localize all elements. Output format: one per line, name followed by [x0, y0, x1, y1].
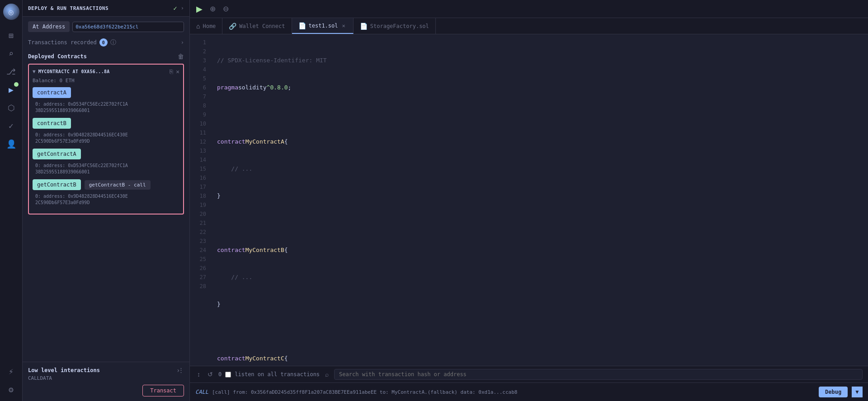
transact-button[interactable]: Transact: [142, 385, 184, 396]
tab-storage-factory-label: StorageFactory.sol: [370, 23, 429, 29]
low-level-section: Low level interactions ⋮ CALLDATA Transa…: [23, 362, 189, 401]
code-editor[interactable]: 1 2 3 4 5 6 7 8 9 10 11 12 13 14 15 16 1…: [190, 34, 868, 366]
line-num-16: 16: [190, 173, 212, 182]
code-line-5: // ...: [212, 164, 868, 173]
listen-label: listen on all transactions: [235, 371, 320, 378]
bottom-toolbar: ↕ ↺ 0 listen on all transactions ⌕: [190, 366, 868, 383]
sidebar-icon-settings[interactable]: ⚙: [3, 381, 19, 397]
sidebar: ◎ ⊞ ⌕ ⎇ ▶ ⬡ ✓ 👤 ⚡ ⚙: [0, 0, 23, 401]
contract-a-result: 0: address: 0xD534FC56Ec22E702fC1A38D259…: [33, 100, 179, 115]
deploy-badge: [14, 82, 19, 87]
sidebar-icon-git[interactable]: ⎇: [3, 63, 19, 79]
code-content[interactable]: // SPDX-License-Identifier: MIT pragma s…: [212, 34, 868, 366]
deployed-contracts-section: Deployed Contracts 🗑 ▼ MYCONTRACTC AT 0X…: [28, 53, 184, 214]
line-num-3: 3: [190, 56, 212, 65]
run-button[interactable]: ▶: [193, 2, 205, 16]
panel-arrow-icon[interactable]: ›: [181, 5, 184, 11]
bottom-count: 0: [218, 371, 222, 378]
line-num-10: 10: [190, 119, 212, 128]
instance-chevron-icon[interactable]: ▼: [33, 69, 36, 75]
line-num-2: 2: [190, 47, 212, 56]
get-contract-a-result: 0: address: 0xD534FC56Ec22E702fC1A38D259…: [33, 161, 179, 177]
sidebar-icon-debug[interactable]: ⬡: [3, 99, 19, 116]
panel-bottom-arrow[interactable]: ›: [176, 367, 180, 374]
panel-body: At Address Transactions recorded 0 ⓘ › D…: [23, 17, 189, 362]
line-numbers: 1 2 3 4 5 6 7 8 9 10 11 12 13 14 15 16 1…: [190, 34, 212, 366]
line-num-15: 15: [190, 164, 212, 173]
listen-checkbox[interactable]: [225, 372, 231, 378]
bottom-expand-icon[interactable]: ↕: [195, 370, 202, 379]
tab-wallet-connect-label: Wallet Connect: [239, 23, 285, 29]
transactions-row: Transactions recorded 0 ⓘ ›: [28, 38, 184, 47]
line-num-19: 19: [190, 200, 212, 210]
debug-expand-button[interactable]: ▼: [851, 387, 863, 397]
sidebar-icon-verify[interactable]: ✓: [3, 117, 19, 134]
call-log: CALL [call] from: 0x356faDD245d35ff8F1a2…: [190, 383, 868, 401]
bottom-refresh-icon[interactable]: ↺: [206, 370, 215, 379]
line-num-12: 12: [190, 137, 212, 146]
zoom-in-button[interactable]: ⊕: [207, 3, 218, 15]
at-address-input[interactable]: [72, 22, 184, 32]
contract-instance: ▼ MYCONTRACTC AT 0XA56...8A ⎘ ✕ Balance:…: [28, 64, 184, 214]
sidebar-icon-plugin[interactable]: ⚡: [3, 363, 19, 379]
sidebar-icon-users[interactable]: 👤: [3, 135, 19, 152]
line-num-9: 9: [190, 110, 212, 119]
code-line-1: // SPDX-License-Identifier: MIT: [212, 56, 868, 65]
code-line-9: // ...: [212, 273, 868, 282]
tx-search-input[interactable]: [334, 369, 863, 380]
line-num-6: 6: [190, 83, 212, 92]
deployed-trash-icon[interactable]: 🗑: [178, 53, 184, 60]
get-contract-b-tooltip: getContractB - call: [85, 180, 151, 190]
tab-test1-sol[interactable]: 📄 test1.sol ✕: [292, 18, 354, 34]
debug-button[interactable]: Debug: [819, 387, 848, 397]
tab-wallet-connect[interactable]: 🔗 Wallet Connect: [222, 18, 292, 34]
contract-instance-header: ▼ MYCONTRACTC AT 0XA56...8A ⎘ ✕: [33, 68, 179, 75]
tab-test1-sol-close[interactable]: ✕: [341, 22, 347, 29]
logo-icon: ◎: [3, 4, 19, 20]
line-num-22: 22: [190, 228, 212, 237]
line-num-8: 8: [190, 101, 212, 110]
instance-close-icon[interactable]: ✕: [176, 68, 179, 75]
left-panel: DEPLOY & RUN TRANSACTIONS ✓ › At Address…: [23, 0, 190, 401]
contract-b-button[interactable]: contractB: [33, 118, 71, 129]
at-address-row: At Address: [28, 21, 184, 32]
transactions-arrow[interactable]: ›: [181, 39, 184, 46]
editor-tabs: ⌂ Home 🔗 Wallet Connect 📄 test1.sol ✕ 📄 …: [190, 18, 868, 34]
code-line-4: contract MyContractA {: [212, 137, 868, 146]
line-num-13: 13: [190, 146, 212, 155]
contract-a-button[interactable]: contractA: [33, 87, 71, 98]
call-label: CALL: [195, 389, 208, 395]
contract-b-result: 0: address: 0x9D482828D44516EC430E2C590D…: [33, 131, 179, 146]
code-line-2: pragma solidity ^0.8.0;: [212, 83, 868, 92]
line-num-25: 25: [190, 255, 212, 264]
instance-copy-icon[interactable]: ⎘: [170, 68, 173, 75]
transactions-label: Transactions recorded: [28, 39, 97, 46]
wallet-connect-icon: 🔗: [229, 23, 236, 30]
code-line-11: [212, 327, 868, 336]
sidebar-icon-search[interactable]: ⌕: [3, 45, 19, 61]
deployed-header: Deployed Contracts 🗑: [28, 53, 184, 60]
low-level-title: Low level interactions: [28, 367, 100, 373]
tab-storage-factory[interactable]: 📄 StorageFactory.sol: [354, 18, 436, 34]
at-address-button[interactable]: At Address: [28, 21, 70, 32]
line-num-20: 20: [190, 210, 212, 219]
transactions-info-icon[interactable]: ⓘ: [110, 38, 116, 47]
line-num-14: 14: [190, 155, 212, 164]
line-num-7: 7: [190, 92, 212, 101]
sidebar-icon-deploy[interactable]: ▶: [3, 81, 19, 98]
sidebar-icon-files[interactable]: ⊞: [3, 27, 19, 43]
tab-home[interactable]: ⌂ Home: [190, 18, 222, 34]
line-num-27: 27: [190, 273, 212, 282]
bottom-area: ↕ ↺ 0 listen on all transactions ⌕ CALL …: [190, 366, 868, 401]
zoom-out-button[interactable]: ⊖: [220, 3, 231, 15]
get-contract-b-button[interactable]: getContractB: [33, 179, 81, 190]
line-num-28: 28: [190, 282, 212, 291]
balance-display: Balance: 0 ETH: [33, 78, 179, 84]
code-line-6: }: [212, 191, 868, 200]
get-contract-a-button[interactable]: getContractA: [33, 149, 81, 159]
tab-test1-sol-label: test1.sol: [309, 23, 338, 29]
get-contract-b-result: 0: address: 0x9D482828D44516EC430E2C590D…: [33, 192, 179, 207]
bottom-search-icon[interactable]: ⌕: [323, 370, 330, 379]
line-num-4: 4: [190, 65, 212, 74]
deployed-title: Deployed Contracts: [28, 53, 87, 60]
